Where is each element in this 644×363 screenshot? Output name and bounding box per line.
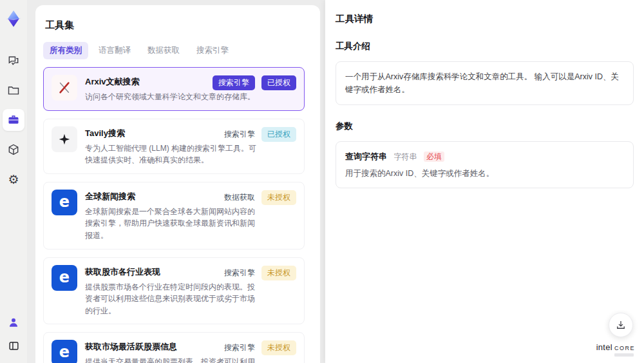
tool-card-active-stocks[interactable]: e 获取市场最活跃股票信息 提供当天交易量最高的股票列表。投资者可以利用这些信息… [43,332,305,363]
param-name: 查询字符串 [345,152,387,161]
category-badge: 搜索引擎 [213,75,255,90]
briefcase-icon [7,113,20,126]
tab-data-fetch[interactable]: 数据获取 [141,42,186,59]
app-logo-diamond-icon[interactable] [4,9,23,28]
news-logo-icon: e [52,190,77,215]
page-title: 工具集 [45,19,312,32]
sidebar-item-account[interactable] [3,314,24,331]
tool-card-arxiv[interactable]: Arxiv文献搜索 访问各个研究领域大量科学论文和文章的存储库。 搜索引擎 已授… [43,67,305,111]
auth-badge: 未授权 [261,266,296,280]
settings-gear-icon: ⚙ [8,173,19,186]
param-required-badge: 必填 [424,152,444,162]
tool-description: 访问各个研究领域大量科学论文和文章的存储库。 [85,91,255,103]
arxiv-logo-icon [52,75,77,101]
news-logo-icon: e [52,340,77,363]
sidebar-item-chat[interactable] [3,50,24,72]
category-tabs: 所有类别 语言翻译 数据获取 搜索引擎 [43,42,312,59]
intel-core-logo: intelcore [596,342,635,357]
tool-details-panel: 工具详情 工具介绍 一个用于从Arxiv存储库搜索科学论文和文章的工具。 输入可… [325,0,644,363]
news-logo-icon: e [52,265,77,291]
download-icon [615,319,627,331]
param-type: 字符串 [393,152,417,161]
auth-badge: 已授权 [261,75,296,90]
sidebar-item-settings[interactable]: ⚙ [3,168,24,190]
package-icon [7,143,20,156]
intro-heading: 工具介绍 [336,41,634,52]
category-label: 搜索引擎 [224,129,255,140]
tool-intro-box: 一个用于从Arxiv存储库搜索科学论文和文章的工具。 输入可以是Arxiv ID… [336,61,634,105]
tool-description: 提供股票市场各个行业在特定时间段内的表现。投资者可以利用这些信息来识别表现优于或… [85,281,260,317]
app-sidebar: ⚙ [0,0,27,363]
tab-language-translation[interactable]: 语言翻译 [92,42,137,59]
tool-card-global-news[interactable]: e 全球新闻搜索 全球新闻搜索是一个聚合全球各大新闻网站内容的搜索引擎，帮助用户… [43,182,305,250]
details-title: 工具详情 [336,13,634,25]
sidebar-nav: ⚙ [3,50,24,190]
chat-icon [7,54,20,67]
parameter-item: 查询字符串 字符串 必填 用于搜索的Arxiv ID、关键字或作者姓名。 [336,141,634,188]
sidebar-item-models[interactable] [3,139,24,161]
intel-text: intel [596,342,612,352]
sparkle-star-icon [52,126,77,152]
tool-list: Arxiv文献搜索 访问各个研究领域大量科学论文和文章的存储库。 搜索引擎 已授… [43,67,312,363]
sidebar-item-tools[interactable] [3,109,24,131]
user-icon [8,317,19,328]
auth-badge: 未授权 [261,190,296,205]
param-description: 用于搜索的Arxiv ID、关键字或作者姓名。 [345,168,624,179]
download-button[interactable] [609,313,633,337]
params-heading: 参数 [336,121,634,132]
intel-logo-subline [614,353,634,357]
sidebar-bottom [3,314,24,354]
category-label: 数据获取 [224,192,255,203]
category-label: 搜索引擎 [224,268,255,279]
tool-card-sector-performance[interactable]: e 获取股市各行业表现 提供股票市场各个行业在特定时间段内的表现。投资者可以利用… [43,257,305,325]
sidebar-item-collapse[interactable] [3,337,24,354]
auth-badge: 已授权 [261,127,296,142]
tab-search-engine[interactable]: 搜索引擎 [190,42,235,59]
toolset-panel: 工具集 所有类别 语言翻译 数据获取 搜索引擎 Arxiv文献搜索 访问各个研究… [35,5,320,363]
tool-description: 全球新闻搜索是一个聚合全球各大新闻网站内容的搜索引擎，帮助用户快速获取全球最新资… [85,206,260,242]
tool-card-tavily[interactable]: Tavily搜索 专为人工智能代理 (LLM) 构建的搜索引擎工具。可快速提供实… [43,119,305,174]
folder-icon [7,84,20,97]
category-label: 搜索引擎 [224,342,255,353]
auth-badge: 未授权 [261,340,296,355]
core-text: core [614,342,635,352]
tab-all-categories[interactable]: 所有类别 [43,42,88,59]
sidebar-item-files[interactable] [3,79,24,101]
tool-description: 提供当天交易量最高的股票列表。投资者可以利用这些信息来识别流动性强的股票和潜在的… [85,356,260,363]
panel-toggle-icon [8,340,20,352]
tool-description: 专为人工智能代理 (LLM) 构建的搜索引擎工具。可快速提供实时、准确和真实的结… [85,142,260,166]
